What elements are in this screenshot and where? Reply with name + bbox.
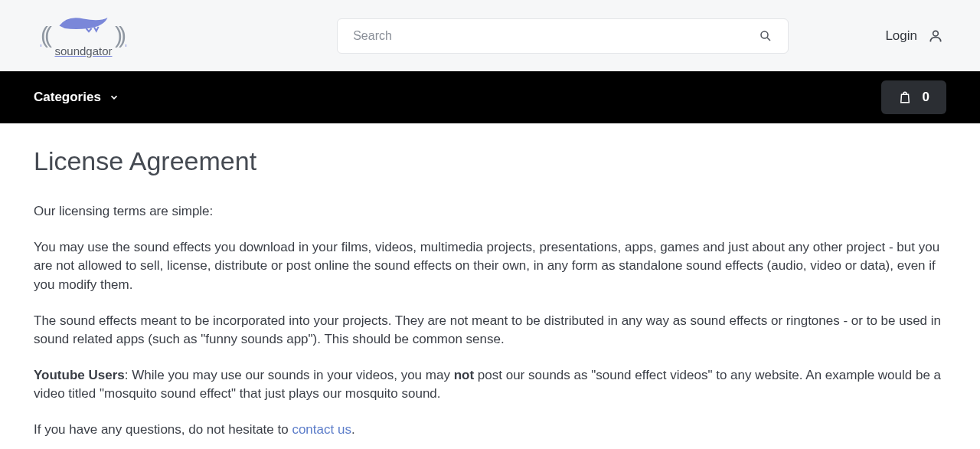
svg-point-2: [933, 31, 939, 36]
top-bar: (( soundgator (( Login: [0, 0, 980, 71]
contact-pre: If you have any questions, do not hesita…: [34, 422, 292, 437]
brand-name: soundgator: [54, 44, 112, 57]
paren-left-icon: ((: [41, 22, 48, 48]
cart-count: 0: [923, 90, 929, 105]
login-link[interactable]: Login: [885, 28, 917, 44]
gator-icon: [53, 12, 114, 34]
chevron-down-icon: [109, 92, 119, 103]
paren-right-icon: ((: [119, 22, 126, 48]
shopping-bag-icon: [898, 90, 912, 104]
person-icon[interactable]: [928, 28, 943, 44]
contact-us-link[interactable]: contact us: [292, 422, 351, 437]
paragraph-distribution: The sound effects meant to be incorporat…: [34, 312, 945, 349]
svg-point-0: [761, 31, 768, 38]
main-content: License Agreement Our licensing terms ar…: [0, 123, 980, 449]
paragraph-usage: You may use the sound effects you downlo…: [34, 238, 945, 295]
paragraph-youtube: Youtube Users: While you may use our sou…: [34, 366, 945, 404]
nav-bar: Categories 0: [0, 71, 980, 123]
search-box: [337, 18, 789, 54]
svg-line-1: [767, 38, 770, 41]
categories-label: Categories: [34, 90, 101, 105]
page-title: License Agreement: [34, 146, 946, 176]
contact-post: .: [351, 422, 355, 437]
youtube-users-label: Youtube Users: [34, 368, 125, 382]
youtube-text-1: : While you may use our sounds in your v…: [125, 368, 454, 382]
youtube-not: not: [454, 368, 474, 382]
cart-button[interactable]: 0: [881, 80, 946, 114]
logo[interactable]: (( soundgator ((: [34, 14, 133, 57]
categories-menu[interactable]: Categories: [34, 90, 119, 105]
search-icon[interactable]: [759, 29, 773, 43]
paragraph-contact: If you have any questions, do not hesita…: [34, 421, 945, 440]
search-input[interactable]: [353, 29, 759, 43]
paragraph-intro: Our licensing terms are simple:: [34, 202, 945, 221]
